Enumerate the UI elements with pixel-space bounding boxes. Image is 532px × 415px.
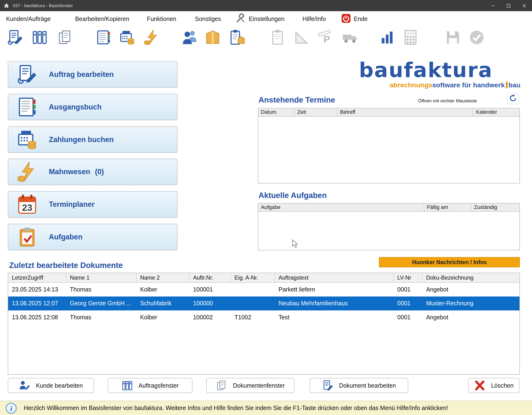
window-title: 037 - baufaktura - Basisfenster — [13, 3, 73, 8]
aufgaben-table-header: Aufgabe Fällig am Zuständig — [258, 203, 519, 212]
binders-icon[interactable] — [32, 29, 48, 46]
svg-text:P: P — [323, 34, 330, 45]
document-row-selected[interactable]: 13.06.2025 12:07 Georg Gerste GmbH ... S… — [8, 296, 519, 311]
termine-table-body[interactable] — [258, 117, 519, 183]
titlebar: 037 - baufaktura - Basisfenster — [0, 0, 532, 11]
sidebar-label: Zahlungen buchen — [49, 135, 114, 144]
documents-table-header: LetzerZugriff Name 1 Name 2 Auftr.Nr. Ei… — [8, 273, 519, 283]
aufgaben-table-body[interactable] — [258, 212, 519, 250]
col-lvnr: LV-Nr — [394, 273, 422, 282]
document-edit-icon — [322, 380, 334, 391]
edit-order-icon — [16, 64, 38, 85]
home-icon — [3, 3, 10, 9]
window-controls — [485, 0, 532, 11]
baufaktura-basisfenster: 037 - baufaktura - Basisfenster Kunden/A… — [0, 0, 532, 415]
documents-icon — [216, 380, 228, 391]
close-button[interactable] — [516, 0, 532, 11]
truck-icon[interactable] — [342, 29, 359, 46]
documents-table: LetzerZugriff Name 1 Name 2 Auftr.Nr. Ei… — [8, 273, 520, 375]
menu-kunden-auftraege[interactable]: Kunden/Aufträge — [6, 16, 51, 23]
edit-document-icon[interactable] — [7, 29, 24, 46]
loeschen-button[interactable]: Löschen — [468, 378, 520, 393]
menu-ende[interactable]: Ende — [341, 14, 368, 25]
col-zeit: Zeit — [294, 108, 337, 116]
kunde-bearbeiten-button[interactable]: Kunde bearbeiten — [8, 378, 94, 393]
document-row[interactable]: 13.06.2025 12:08 Thomas Kolber 100002 T1… — [8, 311, 519, 325]
toolbar: P — [0, 27, 532, 50]
menu-funktionen[interactable]: Funktionen — [147, 16, 176, 23]
cash-register-icon — [16, 129, 38, 150]
refresh-icon — [509, 94, 517, 104]
dunning-icon[interactable] — [143, 29, 160, 46]
package-icon[interactable] — [205, 29, 221, 46]
copy-documents-icon[interactable] — [57, 29, 74, 46]
calculator-icon[interactable] — [402, 29, 419, 46]
sidebar-label: Auftrag bearbeiten — [49, 70, 114, 79]
dokument-bearbeiten-button[interactable]: Dokument bearbeiten — [310, 378, 408, 393]
ledger-icon[interactable] — [95, 29, 112, 46]
refresh-button[interactable] — [507, 93, 519, 104]
col-eig-anr: Eig. A-Nr. — [231, 273, 275, 282]
col-name1: Name 1 — [66, 273, 136, 282]
termine-hint: Öffnen mit rechter Maustaste — [418, 98, 477, 103]
statusbar: i Herzlich Willkommen im Basisfenster vo… — [0, 401, 532, 415]
col-doku-bezeichnung: Doku-Bezeichnung — [422, 273, 519, 282]
logo-bar — [506, 82, 508, 89]
logo-wordmark: baufaktura — [359, 60, 520, 80]
info-icon: i — [5, 402, 17, 414]
set-square-icon[interactable] — [293, 29, 310, 46]
svg-text:23: 23 — [22, 203, 32, 213]
col-zustaendig: Zuständig — [471, 203, 520, 211]
delete-icon — [474, 380, 486, 391]
col-faellig: Fällig am — [424, 203, 471, 211]
sidebar-button-mahnwesen[interactable]: Mahnwesen (0) — [8, 159, 178, 185]
col-name2: Name 2 — [136, 273, 190, 282]
menubar: Kunden/Aufträge Bearbeiten/Kopieren Funk… — [0, 11, 532, 27]
documents-title: Zuletzt bearbeitete Dokumente — [9, 261, 123, 270]
tools-icon — [236, 13, 246, 25]
cash-register-icon[interactable] — [119, 29, 135, 46]
calendar-icon: 23 — [16, 194, 38, 215]
clipboard-icon[interactable] — [269, 29, 286, 46]
sidebar-label: Aufgaben — [49, 233, 83, 241]
delivery-note-icon[interactable] — [229, 29, 246, 46]
maximize-button[interactable] — [501, 0, 517, 11]
save-icon[interactable] — [445, 29, 461, 46]
sidebar-button-auftrag-bearbeiten[interactable]: Auftrag bearbeiten — [8, 61, 178, 88]
termine-table: Datum Zeit Betreff Kalender — [258, 108, 520, 183]
menu-einstellungen[interactable]: Einstellungen — [236, 13, 285, 25]
sidebar-label: Mahnwesen — [49, 168, 90, 176]
col-kalender: Kalender — [473, 108, 519, 116]
sidebar-label: Terminplaner — [49, 200, 95, 209]
minimize-button[interactable] — [485, 0, 501, 11]
approve-icon[interactable] — [468, 29, 485, 46]
statistics-icon[interactable] — [379, 29, 395, 46]
col-betreff: Betreff — [337, 108, 473, 116]
ledger-icon — [16, 96, 38, 118]
sidebar-button-zahlungen-buchen[interactable]: Zahlungen buchen — [8, 126, 178, 153]
col-auftrnr: Auftr.Nr. — [189, 273, 231, 282]
col-auftragstext: Auftragstext — [275, 273, 394, 282]
menu-bearbeiten-kopieren[interactable]: Bearbeiten/Kopieren — [75, 16, 129, 23]
aufgaben-table: Aufgabe Fällig am Zuständig — [258, 203, 520, 250]
plan-p-icon[interactable]: P — [318, 29, 334, 46]
dokumentenfenster-button[interactable]: Dokumentenfenster — [206, 378, 294, 393]
sidebar-button-aufgaben[interactable]: Aufgaben — [8, 224, 178, 250]
auftragsfenster-button[interactable]: Auftragsfenster — [108, 378, 192, 393]
sidebar-label: Ausgangsbuch — [49, 103, 102, 111]
customer-edit-icon — [19, 380, 31, 391]
col-aufgabe: Aufgabe — [258, 203, 424, 211]
svg-text:i: i — [10, 404, 12, 412]
col-letzer-zugriff: LetzerZugriff — [8, 273, 66, 282]
customers-icon[interactable] — [182, 29, 198, 46]
mahnwesen-count: (0) — [95, 168, 104, 176]
menu-hilfe-info[interactable]: Hilfe/Info — [302, 16, 326, 23]
huonker-news-button[interactable]: Huonker Nachrichten / Infos — [379, 257, 520, 267]
orders-icon — [122, 380, 133, 391]
power-icon — [341, 14, 351, 25]
sidebar-button-ausgangsbuch[interactable]: Ausgangsbuch — [8, 94, 178, 120]
menu-sonstiges[interactable]: Sonstiges — [195, 16, 221, 23]
document-row[interactable]: 23.05.2025 14:13 Thomas Kolber 100001 Pa… — [8, 283, 519, 297]
sidebar-button-terminplaner[interactable]: 23 Terminplaner — [8, 191, 178, 218]
baufaktura-logo: baufaktura abrechnungssoftware für handw… — [359, 60, 520, 89]
